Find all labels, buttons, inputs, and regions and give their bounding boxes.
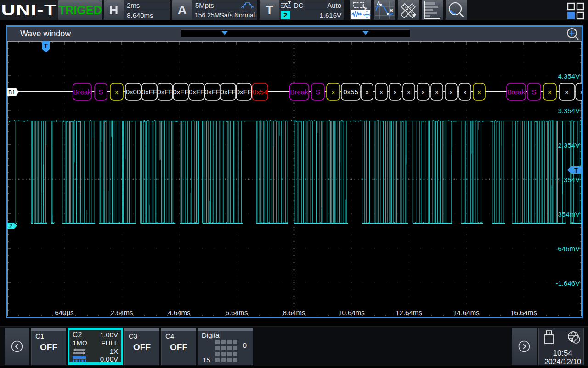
svg-text:x: x [548,88,552,96]
svg-text:x: x [477,88,481,96]
svg-text:0x55: 0x55 [343,88,358,96]
svg-text:x: x [565,88,569,96]
svg-text:16.64ms: 16.64ms [510,309,537,316]
svg-text:x: x [365,88,369,96]
svg-text:0xFF: 0xFF [204,88,220,96]
svg-text:0xFF: 0xFF [141,88,157,96]
svg-text:Break: Break [73,88,91,96]
svg-text:B: B [390,8,393,13]
svg-text:6.64ms: 6.64ms [225,309,248,316]
svg-text:0xFF: 0xFF [236,88,252,96]
svg-text:10.64ms: 10.64ms [338,309,365,316]
svg-text:x: x [580,88,582,96]
svg-text:0x00: 0x00 [126,88,141,96]
svg-text:x: x [379,88,383,96]
svg-text:2.354V: 2.354V [558,141,580,149]
svg-text:x: x [393,88,397,96]
svg-text:Break: Break [507,88,526,96]
svg-text:4.64ms: 4.64ms [168,309,190,316]
svg-text:B1: B1 [8,89,15,96]
svg-text:3.354V: 3.354V [558,107,580,115]
svg-text:x: x [407,88,411,96]
svg-text:S: S [531,88,536,96]
svg-text:S: S [316,88,320,96]
svg-text:A: A [377,0,380,6]
svg-text:1.354V: 1.354V [558,176,580,184]
svg-text:x: x [463,88,467,96]
svg-text:x: x [449,88,453,96]
svg-text:x: x [421,88,425,96]
svg-text:0xFF: 0xFF [173,88,189,96]
svg-text:0xFF: 0xFF [157,88,173,96]
svg-text:T: T [44,42,48,49]
svg-text:2: 2 [9,223,12,230]
svg-text:12.64ms: 12.64ms [396,309,422,316]
svg-text:8.64ms: 8.64ms [283,309,305,316]
svg-text:-646mV: -646mV [555,245,580,253]
svg-text:0xFF: 0xFF [220,88,236,96]
svg-text:354mV: 354mV [558,210,580,218]
svg-text:0xFF: 0xFF [189,88,204,96]
svg-text:2.64ms: 2.64ms [110,309,133,316]
svg-text:14.64ms: 14.64ms [453,309,480,316]
svg-text:Break: Break [290,88,309,96]
svg-text:x: x [115,88,119,96]
svg-text:x: x [435,88,439,96]
svg-text:T: T [574,167,578,174]
svg-text:x: x [332,88,335,96]
svg-text:S: S [98,88,103,96]
svg-text:0x54: 0x54 [253,88,268,96]
svg-text:4.354V: 4.354V [558,72,580,80]
svg-text:-1.646V: -1.646V [555,279,580,287]
svg-text:640µs: 640µs [55,309,74,316]
